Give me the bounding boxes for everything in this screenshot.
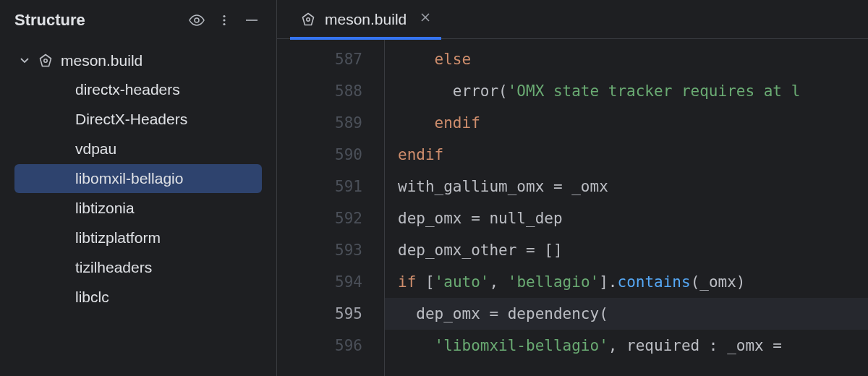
tree-item[interactable]: vdpau (14, 134, 262, 163)
line-number: 591 (277, 171, 362, 202)
line-number: 594 (277, 266, 362, 298)
panel-title: Structure (14, 11, 179, 30)
svg-point-0 (195, 18, 199, 22)
tree-root-label: meson.build (61, 52, 142, 69)
line-number: 593 (277, 234, 362, 266)
code-line: dep_omx_other = [] (385, 234, 868, 266)
code-line: if ['auto', 'bellagio'].contains(_omx) (385, 266, 868, 298)
svg-point-1 (223, 15, 225, 17)
tree-item[interactable]: libclc (14, 283, 262, 312)
tree-children: directx-headers DirectX-Headers vdpau li… (12, 75, 265, 312)
tree-root[interactable]: meson.build (12, 48, 265, 74)
code-line: with_gallium_omx = _omx (385, 171, 868, 202)
svg-point-6 (307, 17, 310, 20)
code-line: endif (385, 107, 868, 139)
structure-header: Structure (0, 0, 276, 43)
line-number: 595 (277, 298, 362, 330)
line-number: 590 (277, 139, 362, 171)
code-line: dep_omx = null_dep (385, 202, 868, 234)
tree-item[interactable]: libomxil-bellagio (14, 164, 262, 193)
tree-item[interactable]: libtizonia (14, 194, 262, 223)
close-icon[interactable] (420, 12, 431, 27)
code-line: dep_omx = dependency( (385, 298, 868, 330)
line-number: 589 (277, 107, 362, 139)
svg-point-3 (223, 23, 225, 25)
meson-file-icon (38, 53, 54, 69)
svg-point-5 (44, 59, 47, 62)
line-number: 592 (277, 202, 362, 234)
code-line: else (385, 43, 868, 75)
code-line: error('OMX state tracker requires at l (385, 75, 868, 107)
meson-file-icon (300, 12, 316, 27)
chevron-down-icon (19, 52, 30, 69)
tree-item[interactable]: libtizplatform (14, 223, 262, 252)
editor-area: meson.build 5875885895905915925935945955… (277, 0, 868, 376)
code-editor[interactable]: 587588589590591592593594595596 else erro… (277, 39, 868, 376)
editor-tabs: meson.build (277, 0, 868, 39)
eye-icon[interactable] (187, 10, 207, 30)
tree-item[interactable]: tizilheaders (14, 253, 262, 282)
structure-panel: Structure (0, 0, 277, 376)
tree-item[interactable]: directx-headers (14, 75, 262, 104)
svg-point-2 (223, 19, 225, 21)
more-icon[interactable] (214, 10, 234, 30)
code-content: else error('OMX state tracker requires a… (385, 39, 868, 376)
tree-item[interactable]: DirectX-Headers (14, 105, 262, 134)
minimize-icon[interactable] (242, 10, 262, 30)
editor-tab[interactable]: meson.build (290, 0, 441, 39)
code-line: endif (385, 139, 868, 171)
line-number: 588 (277, 75, 362, 107)
line-number: 587 (277, 43, 362, 75)
line-gutter: 587588589590591592593594595596 (277, 39, 385, 376)
tab-label: meson.build (325, 11, 407, 28)
structure-tree: meson.build directx-headers DirectX-Head… (0, 43, 276, 317)
code-line: 'libomxil-bellagio', required : _omx = (385, 330, 868, 362)
line-number: 596 (277, 330, 362, 362)
